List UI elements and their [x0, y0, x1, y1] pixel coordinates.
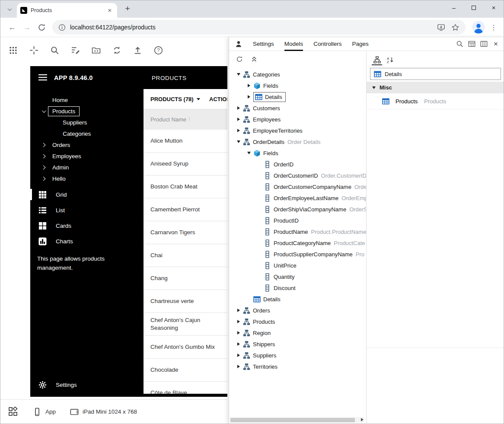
forward-button[interactable]: →	[19, 20, 34, 35]
nav-item-admin[interactable]: Admin	[30, 162, 144, 173]
minimize-button[interactable]: –	[444, 0, 464, 15]
tree-node-employeeterritories[interactable]: EmployeeTerritories	[229, 125, 366, 136]
widgets-button[interactable]	[8, 407, 19, 417]
caret-right-icon[interactable]	[234, 354, 243, 357]
reload-button[interactable]	[34, 20, 49, 35]
caret-right-icon[interactable]	[234, 342, 243, 346]
table-row[interactable]: Carnarvon Tigers	[144, 221, 227, 244]
panel-table-view-button[interactable]	[466, 39, 477, 49]
caret-right-icon[interactable]	[234, 320, 243, 323]
sidebar-item-settings[interactable]: Settings	[30, 379, 77, 390]
tree-refresh-button[interactable]	[235, 54, 244, 64]
apps-grid-button[interactable]	[5, 42, 21, 58]
caret-down-icon[interactable]	[245, 152, 253, 154]
caret-right-icon[interactable]	[234, 309, 243, 312]
address-input[interactable]: localhost:64122/pages/products	[52, 20, 466, 35]
edit-page-button[interactable]	[67, 42, 83, 58]
tree-node-quantity[interactable]: Quantity	[229, 271, 366, 282]
tab-controllers[interactable]: Controllers	[313, 37, 341, 51]
tree-node-orders[interactable]: Orders	[229, 305, 366, 316]
site-info-icon[interactable]	[58, 24, 66, 31]
nav-item-hello[interactable]: Hello	[30, 173, 144, 184]
table-row[interactable]: Alice Mutton	[144, 130, 227, 153]
tree-node-ordercustomercompanyname[interactable]: OrderCustomerCompanyNameOrde	[229, 181, 366, 192]
device-selector[interactable]: iPad Mini 1024 x 768	[70, 408, 137, 416]
nav-item-categories[interactable]: Categories	[30, 128, 144, 139]
tree-node-details[interactable]: Details	[229, 293, 366, 305]
scroll-right-arrow-icon[interactable]	[361, 418, 364, 421]
tree-node-products[interactable]: Products	[229, 316, 366, 327]
table-row[interactable]: Chang	[144, 267, 227, 290]
tree-node-details[interactable]: Details	[229, 91, 366, 102]
tree-node-ordercustomerid[interactable]: OrderCustomerIDOrder.CustomerID	[229, 170, 366, 181]
publish-button[interactable]	[130, 42, 145, 58]
tree-node-productname[interactable]: ProductNameProduct.ProductName	[229, 226, 366, 237]
tree-node-territories[interactable]: Territories	[229, 361, 366, 372]
property-item-products[interactable]: ProductsProducts	[367, 93, 504, 109]
table-row[interactable]: Camembert Pierrot	[144, 198, 227, 221]
tab-close-icon[interactable]: ×	[106, 6, 114, 14]
install-app-icon[interactable]	[437, 23, 445, 32]
tree-node-unitprice[interactable]: UnitPrice	[229, 260, 366, 271]
new-tab-button[interactable]: +	[121, 3, 134, 15]
browser-tab[interactable]: Products ×	[17, 3, 117, 18]
panel-columns-view-button[interactable]	[478, 39, 489, 49]
hamburger-menu-icon[interactable]	[38, 73, 47, 81]
search-button[interactable]	[47, 42, 62, 58]
browser-menu-icon[interactable]: ⋮	[488, 20, 499, 35]
app-mode-toggle[interactable]: App	[33, 408, 56, 416]
panel-close-button[interactable]: ×	[491, 39, 501, 49]
panel-search-button[interactable]	[454, 39, 465, 49]
selected-node-box[interactable]: Details	[370, 68, 501, 80]
table-row[interactable]: Boston Crab Meat	[144, 175, 227, 198]
table-row[interactable]: Côte de Blaye	[144, 382, 227, 394]
nav-item-home[interactable]: Home	[30, 94, 144, 105]
caret-right-icon[interactable]	[245, 84, 253, 87]
tree-node-shippers[interactable]: Shippers	[229, 338, 366, 350]
tree-node-productsuppliercompanyname[interactable]: ProductSupplierCompanyNamePro	[229, 249, 366, 260]
hierarchy-view-button[interactable]	[372, 55, 382, 65]
caret-right-icon[interactable]	[245, 95, 253, 99]
help-button[interactable]: ?	[150, 42, 166, 58]
code-folder-button[interactable]	[88, 42, 104, 58]
tree-node-orderemployeelastname[interactable]: OrderEmployeeLastNameOrderEmpl	[229, 192, 366, 204]
sync-button[interactable]	[109, 42, 124, 58]
tree-collapse-all-button[interactable]	[249, 54, 259, 64]
select-target-button[interactable]	[26, 42, 41, 58]
table-row[interactable]: Chai	[144, 244, 227, 267]
tree-node-employees[interactable]: Employees	[229, 114, 366, 125]
tab-settings[interactable]: Settings	[253, 37, 274, 51]
bookmark-star-icon[interactable]	[451, 23, 459, 32]
sidebar-item-list[interactable]: List	[30, 202, 144, 218]
maximize-button[interactable]	[464, 0, 484, 15]
tree-node-suppliers[interactable]: Suppliers	[229, 350, 366, 361]
nav-item-products[interactable]: Products	[30, 105, 144, 117]
table-row[interactable]: Chef Anton's Gumbo Mix	[144, 336, 227, 359]
sidebar-item-grid[interactable]: Grid	[30, 187, 144, 202]
nav-item-employees[interactable]: Employees	[30, 150, 144, 162]
scrollbar-thumb[interactable]	[230, 418, 355, 422]
profile-avatar[interactable]	[472, 20, 485, 34]
caret-right-icon[interactable]	[234, 106, 243, 110]
tree-node-productid[interactable]: ProductID	[229, 215, 366, 226]
tree-node-orderid[interactable]: OrderID	[229, 159, 366, 170]
tree-node-discount[interactable]: Discount	[229, 282, 366, 293]
table-row[interactable]: Aniseed Syrup	[144, 153, 227, 175]
tab-search-button[interactable]	[4, 3, 15, 15]
tree-node-customers[interactable]: Customers	[229, 102, 366, 114]
caret-down-icon[interactable]	[234, 73, 243, 76]
nav-item-orders[interactable]: Orders	[30, 139, 144, 150]
tree-node-region[interactable]: Region	[229, 327, 366, 338]
tree-node-productcategoryname[interactable]: ProductCategoryNameProductCate	[229, 237, 366, 249]
sidebar-item-charts[interactable]: Charts	[30, 233, 144, 249]
caret-right-icon[interactable]	[234, 129, 243, 132]
table-row[interactable]: Chartreuse verte	[144, 290, 227, 313]
tree-node-ordershipviacompanyname[interactable]: OrderShipViaCompanyNameOrderSh	[229, 204, 366, 215]
tree-node-fields[interactable]: Fields	[229, 80, 366, 91]
close-button[interactable]: ×	[484, 0, 504, 15]
back-button[interactable]: ←	[5, 20, 19, 35]
column-header-product-name[interactable]: Product Name ↑	[144, 109, 227, 130]
table-row[interactable]: Chef Anton's Cajun Seasoning	[144, 313, 227, 336]
sort-az-button[interactable]: AZ	[385, 55, 395, 65]
tree-node-categories[interactable]: Categories	[229, 69, 366, 80]
